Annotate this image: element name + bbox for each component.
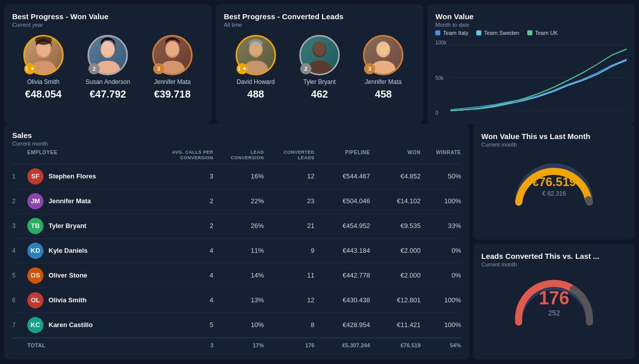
- lead-2: 22%: [213, 197, 264, 205]
- winrate-1: 50%: [421, 172, 461, 180]
- row-num-3: 3: [12, 222, 27, 230]
- line-chart-area: 100k 50k 0: [435, 40, 627, 116]
- calls-4: 4: [163, 247, 213, 254]
- converted-5: 11: [264, 271, 314, 279]
- bp-leads-value-2: 462: [311, 88, 328, 100]
- emp-cell-3: TB Tyler Bryant: [27, 218, 163, 234]
- emp-name-7: Karen Castillo: [49, 321, 93, 329]
- emp-avatar-3: TB: [27, 218, 43, 234]
- row-num-1: 1: [12, 173, 27, 180]
- bp-leads-name-2: Tyler Bryant: [303, 78, 336, 85]
- total-won: €76.519: [370, 342, 421, 348]
- sales-subtitle: Current month: [12, 141, 461, 147]
- converted-6: 12: [264, 296, 314, 304]
- best-progress-leads-card: Best Progress - Converted Leads All time…: [216, 4, 424, 124]
- svg-point-7: [166, 41, 179, 56]
- calls-5: 4: [163, 271, 213, 279]
- pipeline-6: €430.438: [314, 296, 370, 304]
- converted-2: 23: [264, 197, 314, 205]
- bp-leads-avatars: 1 ✦ David Howard 488 2 Ty: [224, 35, 416, 100]
- emp-avatar-7: KC: [27, 317, 43, 333]
- pipeline-1: €544.467: [314, 172, 370, 180]
- svg-point-5: [101, 41, 114, 56]
- bp-leads-person-1: 1 ✦ David Howard 488: [236, 35, 276, 100]
- th-won: WON: [370, 150, 421, 161]
- lead-1: 16%: [213, 172, 264, 180]
- converted-7: 8: [264, 321, 314, 329]
- sales-card: Sales Current month EMPLOYEE AVG. CALLS …: [4, 124, 469, 359]
- won-chart-subtitle: Month to date: [435, 22, 627, 28]
- lead-3: 26%: [213, 222, 264, 230]
- won-2: €14.102: [370, 197, 421, 205]
- emp-cell-5: OS Oliver Stone: [27, 267, 163, 284]
- bp-leads-person-2: 2 Tyler Bryant 462: [299, 35, 340, 100]
- row-num-4: 4: [12, 247, 27, 254]
- legend-label-italy: Team Italy: [443, 30, 468, 36]
- won-chart-title: Won Value: [435, 12, 627, 21]
- row-num-5: 5: [12, 272, 27, 279]
- leads-gauge-svg-wrap: 176 252: [509, 271, 600, 322]
- lead-5: 14%: [213, 271, 264, 279]
- bp-won-value-1: €48.054: [25, 88, 62, 100]
- lead-6: 13%: [213, 296, 264, 304]
- legend-uk: Team UK: [527, 30, 558, 36]
- bp-won-person-1: 1 ✦ Olivia Smith €48.054: [23, 35, 64, 100]
- pipeline-2: €504.046: [314, 197, 370, 205]
- bp-leads-person-3: 3 Jennifer Mata 458: [363, 35, 403, 100]
- lead-4: 11%: [213, 247, 264, 254]
- calls-2: 2: [163, 197, 213, 205]
- leads-avatar-wrap-2: 2: [299, 35, 340, 75]
- emp-cell-2: JM Jennifer Mata: [27, 193, 163, 209]
- leads-rank-badge-1: 1 ✦: [237, 63, 248, 74]
- y-label-0: 0: [435, 110, 446, 116]
- winrate-5: 0%: [421, 271, 461, 279]
- bp-leads-name-3: Jennifer Mata: [365, 78, 402, 85]
- legend-italy: Team Italy: [435, 30, 468, 36]
- leads-avatar-wrap-3: 3: [363, 35, 403, 75]
- emp-name-5: Oliver Stone: [49, 271, 87, 279]
- best-progress-won-card: Best Progress - Won Value Current year: [4, 4, 212, 124]
- avatar-wrap-3: 3: [152, 35, 193, 75]
- legend-dot-italy: [435, 30, 440, 35]
- table-row: 4 KD Kyle Daniels 4 11% 9 €443.184 €2.00…: [12, 239, 461, 263]
- emp-cell-7: KC Karen Castillo: [27, 317, 163, 333]
- line-chart-svg: [450, 40, 627, 116]
- svg-point-14: [377, 41, 389, 56]
- winrate-6: 100%: [421, 296, 461, 304]
- total-label: TOTAL: [27, 342, 163, 348]
- won-value-chart-card: Won Value Month to date Team Italy Team …: [427, 4, 635, 124]
- winrate-2: 100%: [421, 197, 461, 205]
- winrate-4: 0%: [421, 247, 461, 254]
- converted-4: 9: [264, 247, 314, 254]
- emp-avatar-5: OS: [27, 267, 43, 284]
- right-panels: Won Value This vs Last Month Current mon…: [473, 124, 635, 359]
- bp-leads-title: Best Progress - Converted Leads: [224, 12, 416, 21]
- emp-avatar-4: KD: [27, 243, 43, 259]
- pipeline-5: €442.778: [314, 271, 370, 279]
- chart-legend: Team Italy Team Sweden Team UK: [435, 30, 627, 36]
- calls-1: 3: [163, 172, 213, 180]
- pipeline-3: €454.952: [314, 222, 370, 230]
- table-header: EMPLOYEE AVG. CALLS PERCONVERSION LEADCO…: [12, 147, 461, 164]
- bp-won-name-2: Susan Anderson: [85, 78, 130, 85]
- bp-won-title: Best Progress - Won Value: [12, 12, 204, 21]
- y-axis-labels: 100k 50k 0: [435, 40, 446, 116]
- emp-name-1: Stephen Flores: [49, 172, 96, 180]
- legend-label-sweden: Team Sweden: [484, 30, 519, 36]
- pipeline-7: €428.954: [314, 321, 370, 329]
- bp-won-avatars: 1 ✦ Olivia Smith €48.054 2: [12, 35, 204, 100]
- won-3: €9.535: [370, 222, 421, 230]
- svg-point-12: [313, 41, 326, 56]
- won-5: €2.000: [370, 271, 421, 279]
- th-winrate: WINRATE: [421, 150, 461, 161]
- converted-3: 21: [264, 222, 314, 230]
- table-row: 3 TB Tyler Bryant 2 26% 21 €454.952 €9.5…: [12, 214, 461, 239]
- svg-point-10: [249, 39, 263, 47]
- leads-current-value: 176: [539, 288, 569, 309]
- legend-dot-sweden: [476, 30, 481, 35]
- table-row: 1 SF Stephen Flores 3 16% 12 €544.467 €4…: [12, 164, 461, 189]
- legend-dot-uk: [527, 30, 532, 35]
- winrate-3: 33%: [421, 222, 461, 230]
- leads-gauge-title: Leads Converted This vs. Last ...: [481, 252, 627, 260]
- calls-7: 5: [163, 321, 213, 329]
